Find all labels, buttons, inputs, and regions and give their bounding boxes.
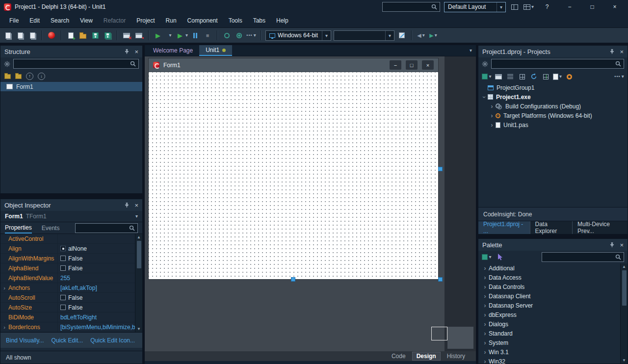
designed-form-window[interactable]: Form1 − □ × bbox=[149, 58, 438, 279]
tab-properties[interactable]: Properties bbox=[5, 222, 32, 234]
navigate-back-button[interactable]: ◀▾ bbox=[416, 30, 426, 41]
projects-search-input[interactable] bbox=[494, 60, 613, 67]
checkbox-icon[interactable] bbox=[60, 295, 66, 300]
palette-category-additional[interactable]: ›Additional bbox=[478, 263, 628, 273]
palette-search-input[interactable] bbox=[545, 254, 613, 260]
new-unit-button[interactable] bbox=[66, 30, 76, 41]
checkbox-icon[interactable] bbox=[60, 256, 66, 261]
property-row-alignwithmargins[interactable]: AlignWithMarginsFalse bbox=[0, 254, 142, 263]
palette-category-data-controls[interactable]: ›Data Controls bbox=[478, 282, 628, 291]
tab-list-chevron-icon[interactable]: ▾ bbox=[470, 48, 472, 53]
help-insight-button[interactable] bbox=[47, 30, 56, 41]
scroll-down-icon[interactable]: ▼ bbox=[137, 326, 141, 332]
palette-category-win32[interactable]: ›Win32 bbox=[478, 357, 628, 364]
add-item-button[interactable] bbox=[541, 71, 550, 82]
project-node-build-configurations-debug[interactable]: ›Build Configurations (Debug) bbox=[478, 102, 628, 111]
palette-category-data-access[interactable]: ›Data Access bbox=[478, 273, 628, 282]
property-value[interactable]: False bbox=[58, 254, 135, 263]
pin-icon[interactable] bbox=[124, 49, 130, 54]
inspector-scrollbar[interactable]: ▲ ▼ bbox=[135, 234, 142, 332]
scroll-up-icon[interactable]: ▲ bbox=[137, 234, 141, 240]
property-value[interactable]: False bbox=[58, 263, 135, 273]
menu-item-run[interactable]: Run bbox=[160, 14, 182, 27]
component-mode-button[interactable]: ▾ bbox=[482, 252, 492, 262]
gear-icon[interactable] bbox=[482, 61, 488, 67]
project-node-unit1-pas[interactable]: ›Unit1.pas bbox=[478, 120, 628, 130]
save-all-button[interactable] bbox=[103, 30, 112, 41]
debug-more-button[interactable]: •••▾ bbox=[246, 30, 256, 41]
new-items-button[interactable] bbox=[3, 30, 13, 41]
expand-chevron-icon[interactable]: › bbox=[0, 324, 8, 330]
checkbox-icon[interactable] bbox=[60, 265, 66, 271]
form-close-button[interactable]: × bbox=[422, 60, 434, 70]
close-panel-icon[interactable]: × bbox=[134, 202, 138, 208]
expand-chevron-icon[interactable]: › bbox=[0, 285, 8, 291]
resize-handle-bottom[interactable] bbox=[291, 277, 295, 282]
property-row-anchors[interactable]: ›Anchors[akLeft,akTop] bbox=[0, 283, 142, 293]
property-row-align[interactable]: AlignalNone bbox=[0, 244, 142, 254]
property-value[interactable]: 255 bbox=[58, 273, 135, 283]
project-node-project1-exe[interactable]: ›Project1.exe bbox=[478, 92, 628, 102]
maximize-button[interactable]: □ bbox=[583, 1, 602, 13]
move-down-icon[interactable]: ↓ bbox=[38, 73, 45, 80]
object-selector[interactable]: Form1 TForm1 ▾ bbox=[0, 211, 142, 222]
project-node-projectgroup1[interactable]: ProjectGroup1 bbox=[478, 83, 628, 92]
menu-item-project[interactable]: Project bbox=[131, 14, 160, 27]
scroll-thumb[interactable] bbox=[622, 270, 627, 306]
chevron-down-icon[interactable]: ▾ bbox=[385, 31, 394, 40]
target-button[interactable] bbox=[564, 71, 574, 82]
project-node-target-platforms-windows-64-bit[interactable]: ›Target Platforms (Windows 64-bit) bbox=[478, 111, 628, 120]
property-row-autosize[interactable]: AutoSizeFalse bbox=[0, 303, 142, 312]
add-package-button[interactable]: ▾ bbox=[482, 71, 492, 82]
remove-file-button[interactable] bbox=[27, 30, 37, 41]
bottom-tab-data-explorer[interactable]: Data Explorer bbox=[530, 221, 572, 234]
form-client-area[interactable] bbox=[149, 72, 438, 279]
menu-item-edit[interactable]: Edit bbox=[24, 14, 45, 27]
menu-item-help[interactable]: Help bbox=[271, 14, 294, 27]
chevron-icon[interactable]: › bbox=[488, 122, 496, 128]
property-value[interactable]: bdLeftToRight bbox=[58, 312, 135, 322]
property-row-bidimode[interactable]: BiDiModebdLeftToRight bbox=[0, 312, 142, 322]
run-button[interactable]: ▶ bbox=[153, 30, 163, 41]
trace-into-button[interactable] bbox=[222, 30, 232, 41]
palette-search[interactable] bbox=[542, 252, 624, 262]
save-button[interactable] bbox=[90, 30, 100, 41]
chevron-icon[interactable]: › bbox=[488, 104, 496, 109]
move-up-icon[interactable]: ↑ bbox=[26, 73, 33, 80]
palette-scrollbar[interactable]: ▲ ▼ bbox=[620, 263, 628, 364]
titlebar-search-input[interactable] bbox=[385, 3, 429, 10]
expand-all-icon[interactable] bbox=[4, 74, 11, 79]
navigate-forward-button[interactable]: ▶▾ bbox=[428, 30, 438, 41]
chevron-down-icon[interactable]: ▾ bbox=[135, 214, 138, 219]
show-windows-button[interactable] bbox=[494, 71, 503, 82]
menu-item-tabs[interactable]: Tabs bbox=[248, 14, 271, 27]
property-value[interactable]: [akLeft,akTop] bbox=[58, 283, 135, 292]
inspector-search-input[interactable] bbox=[78, 225, 127, 232]
inspector-search[interactable] bbox=[75, 223, 138, 233]
property-row-alphablend[interactable]: AlphaBlendFalse bbox=[0, 263, 142, 273]
chevron-icon[interactable]: › bbox=[481, 93, 487, 101]
more-actions-button[interactable]: •••▾ bbox=[614, 71, 624, 82]
close-panel-icon[interactable]: × bbox=[134, 49, 138, 55]
link-bind-visually[interactable]: Bind Visually... bbox=[6, 337, 44, 344]
palette-category-system[interactable]: ›System bbox=[478, 338, 628, 347]
sort-list-button[interactable] bbox=[505, 71, 515, 82]
view-tab-design[interactable]: Design bbox=[412, 352, 441, 361]
form-titlebar[interactable]: Form1 − □ × bbox=[149, 58, 438, 72]
pause-button[interactable] bbox=[190, 30, 200, 41]
open-file-button[interactable] bbox=[78, 30, 88, 41]
palette-category-datasnap-server[interactable]: ›Datasnap Server bbox=[478, 301, 628, 310]
titlebar-search[interactable] bbox=[382, 2, 440, 12]
palette-category-dialogs[interactable]: ›Dialogs bbox=[478, 319, 628, 329]
structure-search[interactable] bbox=[13, 59, 139, 69]
gear-icon[interactable] bbox=[4, 61, 10, 67]
add-file-button[interactable] bbox=[15, 30, 25, 41]
collapse-all-icon[interactable] bbox=[15, 74, 22, 79]
view-tab-history[interactable]: History bbox=[443, 352, 469, 360]
stop-button[interactable]: ■ bbox=[203, 30, 212, 41]
menu-item-view[interactable]: View bbox=[75, 14, 98, 27]
close-all-button[interactable] bbox=[134, 30, 144, 41]
view-grid-button[interactable] bbox=[517, 71, 527, 82]
step-over-button[interactable] bbox=[234, 30, 244, 41]
view-tab-code[interactable]: Code bbox=[388, 352, 410, 360]
